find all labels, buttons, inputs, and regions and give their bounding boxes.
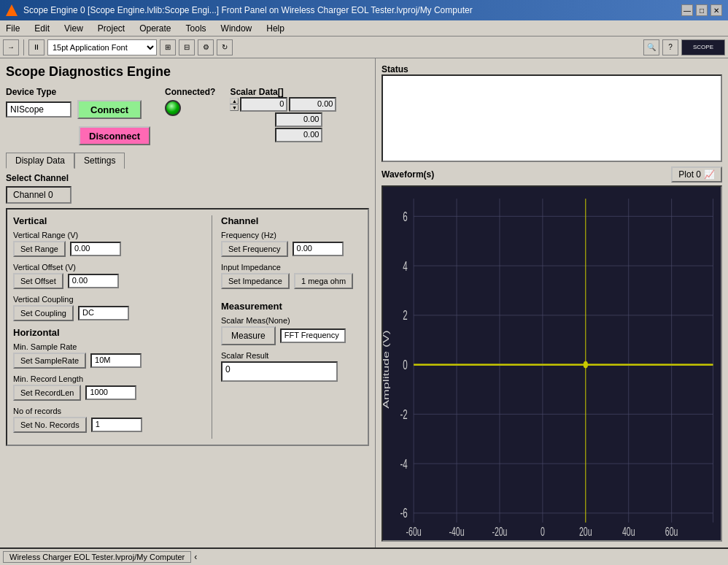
vertical-offset-value[interactable]: 0.00 xyxy=(68,274,119,288)
set-offset-button[interactable]: Set Offset xyxy=(13,273,63,289)
status-label: Status xyxy=(382,64,722,74)
connected-section: Connected? xyxy=(165,87,215,116)
impedance-value-button[interactable]: 1 mega ohm xyxy=(294,273,353,289)
search-icon[interactable]: 🔍 xyxy=(643,39,659,55)
scalar-meas-value[interactable]: FFT Frequency xyxy=(280,328,346,343)
vertical-coupling-value[interactable]: DC xyxy=(78,306,129,320)
font-selector[interactable]: 15pt Application Font xyxy=(47,39,157,55)
connect-button[interactable]: Connect xyxy=(77,100,142,119)
input-impedance-label: Input Impedance xyxy=(221,263,362,272)
x-label-n60: -60u xyxy=(406,525,422,538)
restore-button[interactable]: □ xyxy=(696,4,708,16)
waveform-header: Waveform(s) Plot 0 📈 xyxy=(382,166,722,182)
x-label-60: 60u xyxy=(665,525,678,538)
scalar-result-label: Scalar Result xyxy=(221,351,362,360)
set-coupling-button[interactable]: Set Coupling xyxy=(13,305,74,321)
y-label-n6: -6 xyxy=(400,506,407,520)
toolbar-icon-2[interactable]: ⊟ xyxy=(179,39,195,55)
arrow-tool-icon[interactable]: → xyxy=(3,39,19,55)
set-record-len-row: Set RecordLen 1000 xyxy=(13,385,203,401)
close-button[interactable]: ✕ xyxy=(710,4,722,16)
vertical-range-label: Vertical Range (V) xyxy=(13,231,203,239)
menu-tools[interactable]: Tools xyxy=(183,22,209,35)
waveform-label: Waveform(s) xyxy=(382,169,434,180)
toolbar-icon-3[interactable]: ⚙ xyxy=(198,39,214,55)
y-label-6: 6 xyxy=(403,209,407,223)
spinner-down[interactable]: ▼ xyxy=(230,104,239,111)
no-of-records-label: No of records xyxy=(13,407,203,415)
menu-help[interactable]: Help xyxy=(263,22,287,35)
scope-preview-icon[interactable]: SCOPE xyxy=(681,39,725,55)
min-record-length-label: Min. Record Length xyxy=(13,374,203,383)
toolbar-icon-4[interactable]: ↻ xyxy=(217,39,233,55)
status-project-tab[interactable]: Wireless Charger EOL Tester.lvproj/My Co… xyxy=(3,551,191,563)
minimize-button[interactable]: — xyxy=(681,4,693,16)
y-label-2: 2 xyxy=(403,308,407,323)
device-type-value[interactable]: NIScope xyxy=(6,101,71,118)
channel-selector[interactable]: Channel 0 xyxy=(6,186,71,204)
menu-project[interactable]: Project xyxy=(95,22,128,35)
main-container: Scope Diagnostics Engine Device Type NIS… xyxy=(0,58,728,547)
menu-edit[interactable]: Edit xyxy=(31,22,53,35)
menu-operate[interactable]: Operate xyxy=(136,22,174,35)
menu-window[interactable]: Window xyxy=(218,22,255,35)
y-label-n2: -2 xyxy=(400,407,407,421)
window-title: Scope Engine 0 [Scope Engine.lvlib:Scope… xyxy=(23,5,473,15)
measure-button[interactable]: Measure xyxy=(221,326,276,345)
scalar-row-1-container: 0.00 xyxy=(230,112,336,127)
menu-view[interactable]: View xyxy=(61,22,86,35)
plot-btn-label: Plot 0 xyxy=(678,169,701,180)
tab-display-data[interactable]: Display Data xyxy=(6,153,74,169)
top-section: Device Type NIScope Connect Disconnect C… xyxy=(6,87,369,145)
scalar-row-2-container: 0.00 xyxy=(230,128,336,142)
right-panel: Status Waveform(s) Plot 0 📈 xyxy=(376,58,728,547)
set-sample-rate-button[interactable]: Set SampleRate xyxy=(13,353,86,369)
set-no-records-button[interactable]: Set No. Records xyxy=(13,417,87,433)
left-panel: Scope Diagnostics Engine Device Type NIS… xyxy=(0,58,376,547)
min-record-length-value[interactable]: 1000 xyxy=(85,385,136,400)
status-display xyxy=(382,74,722,162)
scalar-data-section: Scalar Data[] ▲ ▼ 0 0.00 0.00 xyxy=(230,87,336,143)
scalar-result-value[interactable]: 0 xyxy=(221,361,338,382)
set-record-len-button[interactable]: Set RecordLen xyxy=(13,385,81,401)
y-axis-title: Amplitude (V) xyxy=(383,330,391,408)
scalar-spinner-value[interactable]: 0 xyxy=(240,97,287,112)
title-bar: Scope Engine 0 [Scope Engine.lvlib:Scope… xyxy=(0,0,728,20)
waveform-area: Waveform(s) Plot 0 📈 xyxy=(382,166,722,542)
set-no-records-row: Set No. Records 1 xyxy=(13,417,203,433)
set-offset-row: Set Offset 0.00 xyxy=(13,273,203,289)
spinner-up[interactable]: ▲ xyxy=(230,98,239,104)
x-label-20: 20u xyxy=(579,525,592,538)
chart-background xyxy=(383,187,721,540)
vertical-range-value[interactable]: 0.00 xyxy=(70,242,121,256)
set-range-button[interactable]: Set Range xyxy=(13,241,66,257)
set-impedance-button[interactable]: Set Impedance xyxy=(221,273,290,289)
section-divider xyxy=(212,215,212,439)
menu-file[interactable]: File xyxy=(3,22,23,35)
controls-area: Vertical Vertical Range (V) Set Range 0.… xyxy=(6,208,369,446)
vertical-section: Vertical Vertical Range (V) Set Range 0.… xyxy=(13,215,203,439)
tabs: Display Data Settings xyxy=(6,153,369,169)
no-records-value[interactable]: 1 xyxy=(91,418,142,432)
x-label-n40: -40u xyxy=(449,525,464,538)
status-bar: Wireless Charger EOL Tester.lvproj/My Co… xyxy=(0,547,728,565)
scalar-meas-label: Scalar Meas(None) xyxy=(221,316,362,325)
measurement-header: Measurement xyxy=(221,301,362,312)
x-label-n20: -20u xyxy=(492,525,507,538)
set-frequency-button[interactable]: Set Frequency xyxy=(221,241,288,257)
frequency-value[interactable]: 0.00 xyxy=(293,242,344,256)
app-icon xyxy=(6,4,18,16)
status-arrow[interactable]: ‹ xyxy=(194,552,197,562)
min-sample-rate-value[interactable]: 10M xyxy=(90,353,142,368)
help-icon[interactable]: ? xyxy=(662,39,678,55)
disconnect-button[interactable]: Disconnect xyxy=(79,126,150,145)
tab-settings[interactable]: Settings xyxy=(74,153,125,169)
horizontal-header: Horizontal xyxy=(13,327,203,338)
x-label-40: 40u xyxy=(622,525,635,538)
toolbar-separator-1 xyxy=(23,39,24,55)
select-channel-section: Select Channel Channel 0 xyxy=(6,173,369,204)
plot-button[interactable]: Plot 0 📈 xyxy=(671,166,722,182)
pause-button[interactable]: ⏸ xyxy=(28,39,44,55)
channel-header: Channel xyxy=(221,215,362,226)
toolbar-icon-1[interactable]: ⊞ xyxy=(160,39,176,55)
